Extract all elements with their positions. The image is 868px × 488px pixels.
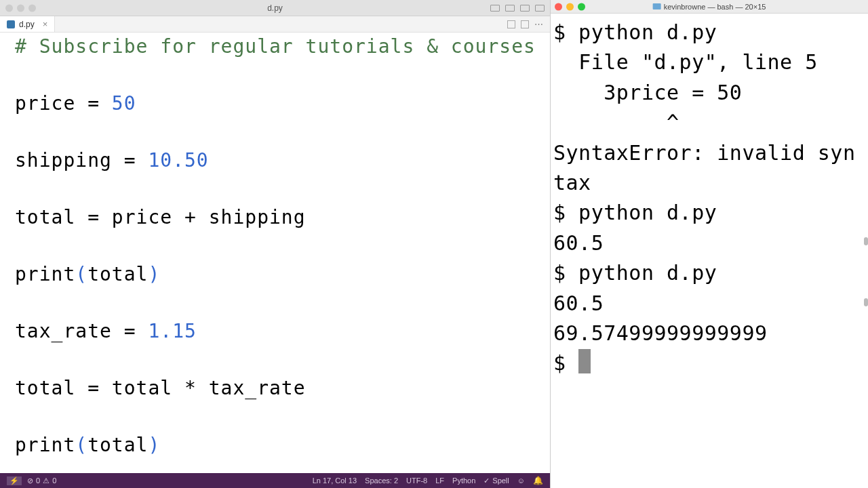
term-line: $ python d.py — [553, 201, 717, 224]
folder-icon — [653, 3, 661, 9]
term-line: 69.57499999999999 — [553, 321, 768, 345]
editor-layout-icons — [490, 5, 545, 12]
close-icon[interactable] — [5, 4, 13, 12]
terminal-scrollbar[interactable] — [864, 237, 868, 245]
editor-titlebar[interactable]: d.py — [0, 0, 550, 16]
term-line: 60.5 — [553, 291, 604, 315]
term-prompt: $ — [553, 351, 578, 375]
tab-right-actions: ⋯ — [507, 16, 550, 32]
terminal-title: kevinbrowne — bash — 20×15 — [664, 3, 766, 11]
bell-icon[interactable]: 🔔 — [533, 476, 543, 485]
editor-traffic-lights[interactable] — [5, 4, 36, 12]
close-icon[interactable] — [555, 3, 562, 10]
tab-dpy[interactable]: d.py × — [0, 16, 55, 32]
status-position[interactable]: Ln 17, Col 13 — [313, 476, 357, 485]
tab-close-icon[interactable]: × — [43, 19, 48, 29]
status-language[interactable]: Python — [452, 476, 475, 485]
feedback-icon[interactable]: ☺ — [517, 476, 525, 485]
minimize-icon[interactable] — [17, 4, 24, 12]
code-comment: # Subscribe for regular tutorials & cour… — [15, 35, 536, 58]
split-icon[interactable] — [521, 20, 529, 28]
terminal-titlebar[interactable]: kevinbrowne — bash — 20×15 — [551, 0, 868, 14]
term-line: 3price = 50 — [553, 81, 742, 104]
panel-left-icon[interactable] — [490, 5, 500, 12]
compare-icon[interactable] — [507, 20, 515, 28]
term-line: $ python d.py — [553, 261, 717, 285]
panel-right-icon[interactable] — [520, 5, 530, 12]
status-encoding[interactable]: UTF-8 — [406, 476, 427, 485]
remote-icon[interactable]: ⚡ — [7, 476, 22, 485]
terminal-traffic-lights[interactable] — [555, 3, 585, 10]
more-icon[interactable]: ⋯ — [534, 19, 543, 29]
code-editor[interactable]: # Subscribe for regular tutorials & cour… — [0, 33, 550, 473]
terminal-body[interactable]: $ python d.py File "d.py", line 5 3price… — [551, 14, 868, 488]
term-line: File "d.py", line 5 — [553, 50, 818, 74]
term-line: SyntaxError: invalid syntax — [553, 141, 855, 195]
zoom-icon[interactable] — [28, 4, 36, 12]
status-eol[interactable]: LF — [435, 476, 444, 485]
tab-bar: d.py × ⋯ — [0, 16, 550, 33]
status-errors[interactable]: ⊘0 ⚠0 — [27, 476, 56, 485]
term-line: $ python d.py — [553, 20, 717, 44]
status-spell[interactable]: ✓ Spell — [484, 476, 509, 485]
zoom-icon[interactable] — [578, 3, 585, 10]
terminal-scrollbar[interactable] — [864, 298, 868, 306]
minimize-icon[interactable] — [566, 3, 574, 10]
status-spaces[interactable]: Spaces: 2 — [365, 476, 398, 485]
terminal-cursor — [578, 349, 591, 373]
tab-label: d.py — [19, 20, 35, 29]
python-file-icon — [7, 20, 15, 28]
status-bar: ⚡ ⊘0 ⚠0 Ln 17, Col 13 Spaces: 2 UTF-8 LF… — [0, 473, 550, 488]
panel-bottom-icon[interactable] — [505, 5, 515, 12]
panel-layout-icon[interactable] — [535, 5, 545, 12]
terminal-window: kevinbrowne — bash — 20×15 $ python d.py… — [551, 0, 868, 488]
editor-window: d.py d.py × ⋯ # Subscribe for regular tu… — [0, 0, 551, 488]
term-line: ^ — [553, 110, 679, 134]
term-line: 60.5 — [553, 231, 604, 255]
editor-title: d.py — [267, 3, 283, 13]
